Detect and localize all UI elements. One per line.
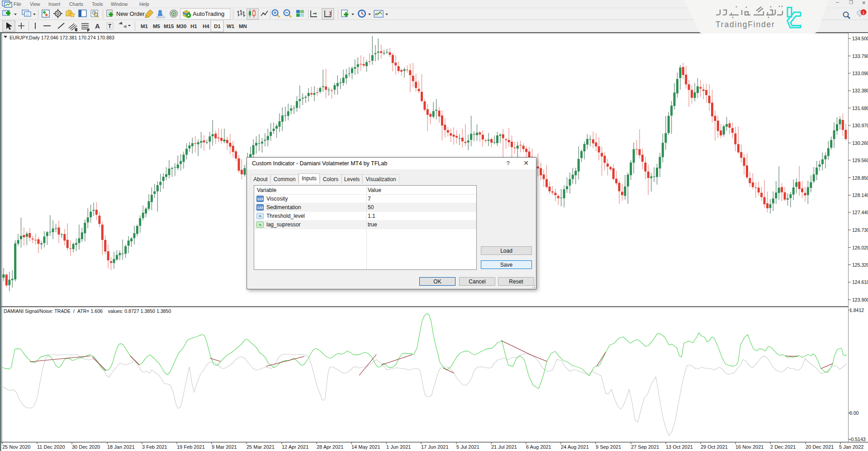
svg-text:5 Jul 2021: 5 Jul 2021 [456,444,479,450]
svg-text:M15: M15 [164,24,174,29]
svg-text:126.730: 126.730 [852,227,868,233]
svg-text:134.500: 134.500 [852,36,868,41]
svg-text:11 Dec 2020: 11 Dec 2020 [37,444,65,450]
svg-text:F: F [87,29,89,32]
svg-text:1 Jun 2021: 1 Jun 2021 [386,444,411,450]
svg-text:M1: M1 [141,24,148,29]
svg-text:12 Apr 2021: 12 Apr 2021 [282,444,308,450]
svg-text:9 Mar 2021: 9 Mar 2021 [212,444,237,450]
svg-text:H4: H4 [203,24,209,29]
svg-text:13 Oct 2021: 13 Oct 2021 [666,444,693,450]
svg-text:28 Apr 2021: 28 Apr 2021 [317,444,343,450]
svg-text:1: 1 [863,10,865,15]
svg-text:EURJPY,Daily 172.046 172.381: EURJPY,Daily 172.046 172.381 170.274 170… [9,35,114,40]
svg-text:-0.5143: -0.5143 [849,437,866,442]
svg-text:27 Sep 2021: 27 Sep 2021 [631,444,659,450]
svg-text:9 Sep 2021: 9 Sep 2021 [596,444,621,450]
svg-text:123.900: 123.900 [852,297,868,302]
svg-text:M5: M5 [153,24,161,29]
svg-text:127.440: 127.440 [852,210,868,215]
svg-text:30 Dec 2020: 30 Dec 2020 [72,444,100,450]
svg-text:19 Feb 2021: 19 Feb 2021 [177,444,205,450]
svg-text:20 Dec 2021: 20 Dec 2021 [806,444,834,450]
svg-text:24 Aug 2021: 24 Aug 2021 [561,444,589,450]
svg-text:0.00: 0.00 [849,410,859,416]
svg-text:W1: W1 [227,24,235,29]
svg-text:A: A [95,22,100,30]
svg-text:128.850: 128.850 [852,175,868,181]
svg-text:6 Aug 2021: 6 Aug 2021 [526,444,551,450]
svg-text:130.970: 130.970 [852,123,868,128]
svg-text:DAMIANI Signal/Noise: TRADE /: DAMIANI Signal/Noise: TRADE / ATR= 1.606… [4,308,171,314]
svg-text:TradingFinder: TradingFinder [716,20,775,29]
svg-text:AutoTrading: AutoTrading [193,10,224,17]
svg-text:124.610: 124.610 [852,279,868,285]
svg-text:MN: MN [239,24,247,29]
svg-text:130.260: 130.260 [852,140,868,146]
svg-text:18 Jan 2021: 18 Jan 2021 [107,444,135,450]
svg-text:T: T [108,23,112,29]
svg-text:3 Feb 2021: 3 Feb 2021 [142,444,167,450]
svg-text:25 Mar 2021: 25 Mar 2021 [247,444,275,450]
svg-text:14 May 2021: 14 May 2021 [351,444,380,450]
svg-text:129.560: 129.560 [852,158,868,163]
svg-text:132.380: 132.380 [852,88,868,93]
svg-text:25 Nov 2020: 25 Nov 2020 [2,444,30,450]
svg-text:2 Dec 2021: 2 Dec 2021 [770,444,796,450]
svg-text:D1: D1 [214,24,221,29]
svg-text:131.680: 131.680 [852,106,868,111]
svg-text:H1: H1 [190,24,197,29]
svg-text:128.140: 128.140 [852,192,868,198]
svg-text:133.790: 133.790 [852,53,868,59]
svg-text:E: E [75,28,77,31]
svg-text:1.8412: 1.8412 [849,307,864,313]
svg-text:16 Nov 2021: 16 Nov 2021 [735,444,764,450]
svg-text:125.320: 125.320 [852,262,868,268]
svg-text:126.020: 126.020 [852,245,868,250]
svg-text:21 Jul 2021: 21 Jul 2021 [491,444,517,450]
svg-text:M30: M30 [176,24,186,29]
svg-text:New Order: New Order [116,10,145,17]
svg-text:5 Jan 2022: 5 Jan 2022 [839,444,863,450]
svg-text:133.090: 133.090 [852,71,868,76]
svg-text:17 Jun 2021: 17 Jun 2021 [421,444,449,450]
svg-text:29 Oct 2021: 29 Oct 2021 [701,444,728,450]
